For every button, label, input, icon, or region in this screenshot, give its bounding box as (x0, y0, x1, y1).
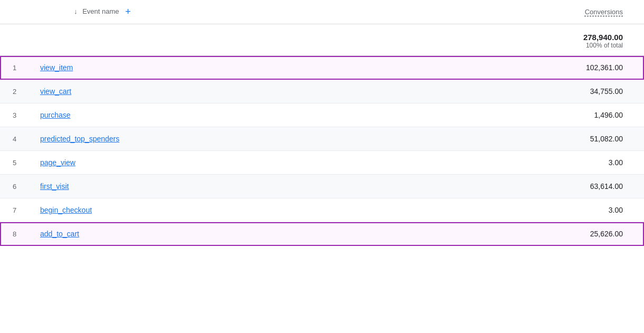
conversions-cell: 34,755.00 (404, 80, 644, 103)
conversions-cell: 63,614.00 (404, 175, 644, 198)
row-rank: 1 (0, 56, 32, 80)
sort-icon: ↓ (74, 7, 78, 15)
event-name-cell: first_visit (32, 175, 404, 198)
table-row: 7 begin_checkout 3.00 (0, 198, 644, 222)
event-name-link[interactable]: view_cart (40, 87, 71, 96)
table-row: 1 view_item 102,361.00 (0, 56, 644, 80)
event-name-link[interactable]: page_view (40, 158, 75, 167)
row-rank: 8 (0, 222, 32, 246)
table-row: 2 view_cart 34,755.00 (0, 80, 644, 103)
conversions-header[interactable]: Conversions (404, 0, 644, 24)
rank-header (0, 0, 32, 24)
summary-value-cell: 278,940.00 100% of total (404, 24, 644, 56)
row-rank: 6 (0, 175, 32, 198)
analytics-table: ↓ Event name + Conversions 278,940.00 10… (0, 0, 644, 246)
table-row: 6 first_visit 63,614.00 (0, 175, 644, 198)
row-rank: 7 (0, 198, 32, 222)
event-name-header: ↓ Event name + (32, 0, 404, 24)
conversions-header-label: Conversions (585, 8, 623, 16)
event-name-header-label: Event name (82, 7, 119, 15)
summary-row: 278,940.00 100% of total (0, 24, 644, 56)
conversions-cell: 3.00 (404, 151, 644, 175)
row-rank: 2 (0, 80, 32, 103)
conversions-cell: 102,361.00 (404, 56, 644, 80)
summary-total: 278,940.00 (413, 33, 623, 42)
conversions-cell: 51,082.00 (404, 127, 644, 151)
conversions-cell: 3.00 (404, 198, 644, 222)
event-name-cell: view_cart (32, 80, 404, 103)
event-name-cell: page_view (32, 151, 404, 175)
row-rank: 3 (0, 103, 32, 127)
event-name-link[interactable]: view_item (40, 63, 73, 72)
row-rank: 5 (0, 151, 32, 175)
event-name-link[interactable]: begin_checkout (40, 206, 92, 214)
table-row: 5 page_view 3.00 (0, 151, 644, 175)
summary-label-cell (32, 24, 404, 56)
event-name-link[interactable]: purchase (40, 111, 71, 119)
event-name-cell: add_to_cart (32, 222, 404, 246)
row-rank: 4 (0, 127, 32, 151)
conversions-cell: 1,496.00 (404, 103, 644, 127)
summary-pct: 100% of total (413, 42, 623, 49)
event-name-cell: view_item (32, 56, 404, 80)
table-row: 3 purchase 1,496.00 (0, 103, 644, 127)
event-name-link[interactable]: predicted_top_spenders (40, 135, 119, 143)
add-column-button[interactable]: + (125, 6, 131, 17)
event-name-cell: purchase (32, 103, 404, 127)
summary-rank-cell (0, 24, 32, 56)
conversions-cell: 25,626.00 (404, 222, 644, 246)
table-header-row: ↓ Event name + Conversions (0, 0, 644, 24)
event-name-cell: begin_checkout (32, 198, 404, 222)
table-row: 4 predicted_top_spenders 51,082.00 (0, 127, 644, 151)
event-name-cell: predicted_top_spenders (32, 127, 404, 151)
table-row: 8 add_to_cart 25,626.00 (0, 222, 644, 246)
event-name-link[interactable]: add_to_cart (40, 230, 79, 238)
event-name-link[interactable]: first_visit (40, 182, 69, 191)
